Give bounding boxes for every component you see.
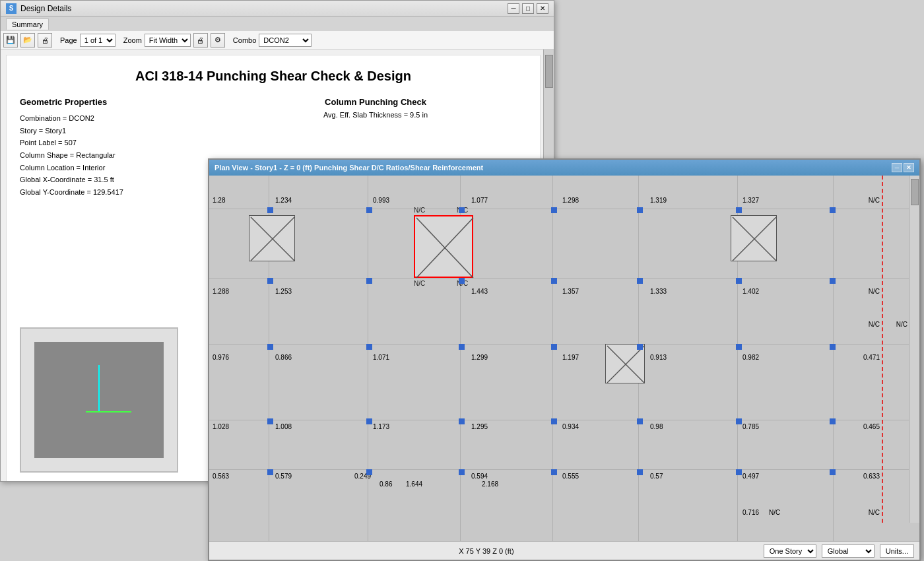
val-2-4: 1.357 [562, 288, 579, 295]
val-2-2: 1.253 [275, 288, 292, 295]
val-4-2: 1.008 [275, 423, 292, 430]
col-marker-5-2 [366, 469, 372, 475]
window-controls[interactable]: ─ □ ✕ [508, 3, 548, 14]
val-3-7: 0.982 [742, 354, 759, 361]
zoom-label: Zoom [123, 36, 142, 44]
col-marker-3-7 [830, 344, 836, 350]
val-5-2: 0.579 [275, 473, 292, 480]
val-2-8: N/C [896, 321, 908, 328]
val-1-8: N/C [869, 197, 880, 204]
col-marker-2-6 [736, 278, 742, 284]
refresh-button[interactable]: 🖨 [193, 33, 208, 48]
col-box-3[interactable] [731, 215, 777, 261]
val-4-6: 0.98 [650, 423, 663, 430]
plan-close-button[interactable]: ✕ [904, 163, 914, 172]
plan-title-text: Plan View - Story1 - Z = 0 (ft) Punching… [214, 164, 890, 172]
val-1-4: 1.077 [471, 197, 488, 204]
app-icon: S [6, 3, 16, 14]
val-1-5: 1.298 [562, 197, 579, 204]
val-3-3: 1.071 [373, 354, 389, 361]
col-check-title: Column Punching Check [224, 97, 527, 107]
val-3-4: 1.299 [471, 354, 488, 361]
plan-view-window: Plan View - Story1 - Z = 0 (ft) Punching… [208, 158, 921, 561]
col-box-4[interactable] [605, 344, 645, 383]
col-marker-1-1 [267, 207, 273, 213]
col-marker-3-1 [267, 344, 273, 350]
col-marker-4-7 [830, 418, 836, 424]
combo-select[interactable]: DCON2 [259, 34, 312, 47]
v-grid-2 [368, 176, 368, 541]
col-marker-4-1 [267, 418, 273, 424]
nc-top-left: N/C [414, 207, 425, 214]
prop-y-coord: Global Y-Coordinate = 129.5417 [20, 186, 185, 199]
val-2-6: 1.402 [742, 288, 759, 295]
print-button[interactable]: 🖨 [38, 33, 52, 48]
col-marker-3-2 [366, 344, 372, 350]
col-box-selected[interactable] [414, 215, 473, 278]
plan-scrollbar-v[interactable] [909, 176, 919, 523]
story-select[interactable]: One Story [764, 544, 816, 558]
v-grid-4 [552, 176, 553, 541]
col-marker-4-4 [551, 418, 557, 424]
col-marker-1-7 [830, 207, 836, 213]
plan-minimize-button[interactable]: ─ [892, 163, 902, 172]
col-marker-1-2 [366, 207, 372, 213]
col-marker-4-3 [459, 418, 465, 424]
val-2-7: N/C [869, 288, 880, 295]
tab-summary[interactable]: Summary [6, 18, 49, 30]
tab-bar: Summary [1, 16, 554, 31]
val-1-6: 1.319 [650, 197, 667, 204]
plan-scroll-thumb[interactable] [911, 179, 919, 205]
prop-x-coord: Global X-Coordinate = 31.5 ft [20, 174, 185, 186]
prop-story: Story = Story1 [20, 125, 185, 137]
val-4-3: 1.173 [373, 423, 389, 430]
val-5-8: 0.555 [562, 473, 579, 480]
val-3-6: 0.913 [650, 354, 667, 361]
col-marker-1-5 [637, 207, 643, 213]
col-box-1[interactable] [249, 215, 295, 261]
col-marker-3-4 [551, 344, 557, 350]
val-6-2: N/C [769, 509, 780, 516]
col-check-subtitle: Avg. Eff. Slab Thickness = 9.5 in [224, 111, 527, 119]
scroll-thumb-design[interactable] [545, 55, 553, 88]
minimize-button[interactable]: ─ [508, 3, 519, 14]
page-label: Page [60, 36, 77, 44]
val-2-5: 1.333 [650, 288, 667, 295]
val-5-6: 0.594 [471, 473, 488, 480]
col-marker-5-5 [637, 469, 643, 475]
prop-combination: Combination = DCON2 [20, 112, 185, 125]
plan-statusbar: X 75 Y 39 Z 0 (ft) One Story Global Unit… [209, 541, 919, 560]
val-1-1: 1.28 [213, 197, 225, 204]
settings-button[interactable]: ⚙ [211, 33, 225, 48]
val-1-3: 0.993 [373, 197, 389, 204]
h-grid-1 [209, 209, 909, 209]
coord-select[interactable]: Global [822, 544, 874, 558]
plan-content: N/C N/C N/C N/C 1.28 1.234 0.993 1.077 1… [209, 176, 919, 541]
col-marker-2-4 [551, 278, 557, 284]
report-title: ACI 318-14 Punching Shear Check & Design [20, 69, 527, 84]
col-marker-1-6 [736, 207, 742, 213]
val-1-2: 1.234 [275, 197, 292, 204]
combo-label: Combo [233, 36, 256, 44]
val-4-5: 0.934 [562, 423, 579, 430]
val-4-7: 0.785 [742, 423, 759, 430]
save-button[interactable]: 💾 [3, 33, 18, 48]
h-grid-5 [209, 469, 909, 470]
val-2-3: 1.443 [471, 288, 488, 295]
val-3-8: 0.471 [863, 354, 880, 361]
val-5-5: 1.644 [406, 480, 422, 488]
val-3-2: 0.866 [275, 354, 292, 361]
col-marker-5-7 [830, 469, 836, 475]
units-button[interactable]: Units... [880, 544, 914, 558]
page-select[interactable]: 1 of 1 [80, 34, 116, 47]
restore-button[interactable]: □ [522, 3, 534, 14]
thumbnail-h-line [86, 411, 131, 412]
close-button[interactable]: ✕ [537, 3, 548, 14]
v-grid-7 [833, 176, 834, 541]
open-button[interactable]: 📂 [20, 33, 35, 48]
col-marker-4-6 [736, 418, 742, 424]
val-4-8: 0.465 [863, 423, 880, 430]
zoom-select[interactable]: Fit Width [145, 34, 191, 47]
col-marker-1-4 [551, 207, 557, 213]
prop-shape: Column Shape = Rectangular [20, 149, 185, 162]
